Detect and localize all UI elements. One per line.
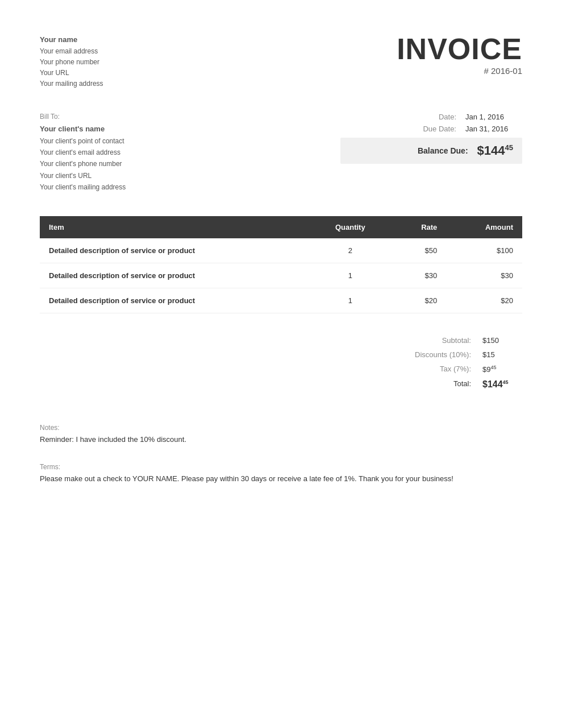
date-label: Date: (439, 113, 456, 121)
tax-row: Tax (7%): $945 (352, 365, 522, 374)
tax-label: Tax (7%): (397, 365, 471, 374)
table-row: Detailed description of service or produ… (40, 263, 522, 288)
total-label: Total: (397, 379, 471, 390)
invoice-number: # 2016-01 (397, 66, 522, 76)
sender-info: Your name Your email address Your phone … (40, 34, 103, 90)
item-description: Detailed description of service or produ… (40, 288, 311, 313)
tax-value: $945 (482, 365, 522, 374)
sender-phone: Your phone number (40, 57, 103, 68)
table-row: Detailed description of service or produ… (40, 238, 522, 263)
item-amount: $30 (446, 263, 522, 288)
date-value: Jan 1, 2016 (465, 113, 522, 121)
item-quantity: 1 (311, 263, 390, 288)
total-row: Total: $14445 (352, 379, 522, 390)
col-quantity: Quantity (311, 216, 390, 238)
table-header: Item Quantity Rate Amount (40, 216, 522, 238)
notes-content: Reminder: I have included the 10% discou… (40, 434, 522, 446)
due-date-value: Jan 31, 2016 (465, 125, 522, 133)
discounts-value: $15 (482, 350, 522, 359)
bill-to-block: Bill To: Your client's name Your client'… (40, 113, 126, 193)
subtotal-label: Subtotal: (397, 336, 471, 345)
discounts-label: Discounts (10%): (397, 350, 471, 359)
invoice-title-block: INVOICE # 2016-01 (397, 34, 522, 76)
client-contact: Your client's point of contact (40, 135, 126, 147)
balance-due-value: $14445 (477, 143, 513, 158)
totals-section: Subtotal: $150 Discounts (10%): $15 Tax … (40, 336, 522, 396)
item-rate: $30 (390, 263, 446, 288)
subtotal-value: $150 (482, 336, 522, 345)
total-value: $14445 (482, 379, 522, 390)
col-rate: Rate (390, 216, 446, 238)
due-date-row: Due Date: Jan 31, 2016 (340, 125, 522, 133)
terms-content: Please make out a check to YOUR NAME. Pl… (40, 473, 522, 485)
terms-label: Terms: (40, 463, 522, 471)
dates-balance-block: Date: Jan 1, 2016 Due Date: Jan 31, 2016… (340, 113, 522, 193)
item-amount: $20 (446, 288, 522, 313)
client-email: Your client's email address (40, 147, 126, 158)
sender-email: Your email address (40, 46, 103, 57)
discounts-row: Discounts (10%): $15 (352, 350, 522, 359)
subtotal-row: Subtotal: $150 (352, 336, 522, 345)
item-quantity: 2 (311, 238, 390, 263)
sender-url: Your URL (40, 68, 103, 78)
notes-label: Notes: (40, 424, 522, 432)
item-description: Detailed description of service or produ… (40, 263, 311, 288)
col-item: Item (40, 216, 311, 238)
table-row: Detailed description of service or produ… (40, 288, 522, 313)
item-description: Detailed description of service or produ… (40, 238, 311, 263)
client-url: Your client's URL (40, 170, 126, 181)
client-phone: Your client's phone number (40, 158, 126, 169)
due-date-label: Due Date: (423, 125, 456, 133)
bill-to-label: Bill To: (40, 113, 126, 121)
sender-name: Your name (40, 34, 103, 46)
balance-due-row: Balance Due: $14445 (340, 138, 522, 164)
item-rate: $20 (390, 288, 446, 313)
totals-table: Subtotal: $150 Discounts (10%): $15 Tax … (352, 336, 522, 396)
client-name: Your client's name (40, 123, 126, 135)
invoice-table: Item Quantity Rate Amount Detailed descr… (40, 216, 522, 313)
invoice-header: Your name Your email address Your phone … (40, 34, 522, 90)
bill-section: Bill To: Your client's name Your client'… (40, 113, 522, 193)
terms-section: Terms: Please make out a check to YOUR N… (40, 463, 522, 485)
notes-section: Notes: Reminder: I have included the 10%… (40, 424, 522, 446)
item-rate: $50 (390, 238, 446, 263)
col-amount: Amount (446, 216, 522, 238)
invoice-title: INVOICE (397, 34, 522, 64)
sender-address: Your mailing address (40, 78, 103, 89)
balance-due-label: Balance Due: (418, 146, 468, 155)
client-address: Your client's mailing address (40, 181, 126, 193)
table-body: Detailed description of service or produ… (40, 238, 522, 313)
item-amount: $100 (446, 238, 522, 263)
date-row: Date: Jan 1, 2016 (340, 113, 522, 121)
item-quantity: 1 (311, 288, 390, 313)
